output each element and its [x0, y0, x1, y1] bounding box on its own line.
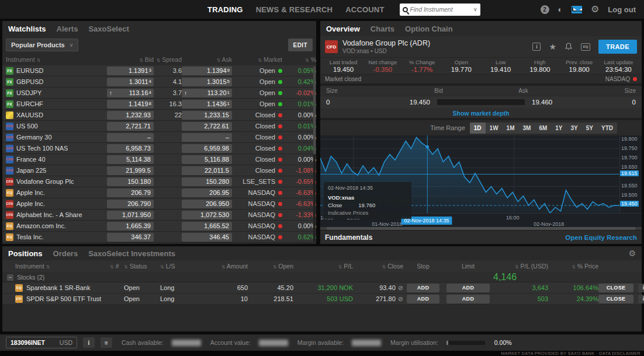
- range-1d[interactable]: 1D: [470, 123, 486, 134]
- ask-price-button[interactable]: 6,959.98: [182, 144, 232, 153]
- chart-scrollbar[interactable]: [320, 227, 642, 230]
- col-status[interactable]: ⇅ Status: [124, 263, 160, 270]
- bid-price-button[interactable]: 346.37: [107, 233, 154, 242]
- bid-price-button[interactable]: 1,071.950: [107, 211, 154, 219]
- close-position-button[interactable]: CLOSE: [598, 295, 633, 303]
- col-ask[interactable]: ⇅ Ask: [182, 56, 232, 63]
- watchlist-row[interactable]: EQ Tesla Inc. 346.37 346.45 NASDAQ 0.62%: [2, 232, 316, 243]
- range-1y[interactable]: 1Y: [551, 123, 566, 134]
- related-equity-icon[interactable]: EQ: [581, 43, 590, 51]
- mail-icon[interactable]: [572, 6, 582, 13]
- chevron-down-icon[interactable]: ∨: [473, 6, 477, 12]
- ask-price-button[interactable]: 2,722.61: [182, 122, 232, 131]
- col-num[interactable]: ⇅ #: [110, 263, 124, 270]
- watchlist-row[interactable]: CFD Germany 30 – – Closed 0.00%: [2, 132, 316, 143]
- col-pct-price[interactable]: ⇅ % Price: [548, 263, 598, 270]
- tab-saxoselect-investments[interactable]: SaxoSelect Investments: [88, 249, 175, 258]
- ask-price-button[interactable]: 346.45: [182, 233, 232, 242]
- position-row[interactable]: EQSparebank 1 SR-Bank Open Long 650 45.2…: [2, 282, 642, 294]
- ask-price-button[interactable]: 206.950: [182, 200, 232, 208]
- tab-watchlists[interactable]: Watchlists: [8, 25, 46, 33]
- watchlist-row[interactable]: EQ Apple Inc. 206.79 206.95 NASDAQ -6.63…: [2, 187, 316, 198]
- edit-watchlist-button[interactable]: EDIT: [288, 39, 313, 51]
- theme-contrast-icon[interactable]: ◐: [558, 5, 563, 13]
- tab-alerts[interactable]: Alerts: [57, 25, 78, 33]
- tab-overview[interactable]: Overview: [326, 25, 360, 33]
- position-info-button[interactable]: i: [638, 284, 644, 292]
- col-market[interactable]: ⇅ Market: [232, 56, 282, 63]
- add-limit-button[interactable]: ADD: [446, 295, 490, 303]
- bid-price-button[interactable]: 1,232.93: [107, 111, 154, 120]
- ask-price-button[interactable]: –: [182, 133, 232, 142]
- info-icon[interactable]: i: [532, 43, 541, 51]
- disclaimer-text[interactable]: MARKET DATA PROVIDED BY SAXO BANK · DATA…: [501, 351, 640, 356]
- tab-saxoselect[interactable]: SaxoSelect: [88, 25, 129, 33]
- col-pl-usd[interactable]: ⇅ P/L (USD): [493, 263, 548, 270]
- ask-price-button[interactable]: 1.13949: [182, 67, 232, 75]
- orderbook-row[interactable]: 0 19.450 19.460 0: [320, 96, 642, 108]
- positions-group-row[interactable]: −Stocks (2) 4,146: [2, 272, 642, 282]
- range-1m[interactable]: 1M: [503, 123, 519, 134]
- collapse-group-icon[interactable]: −: [7, 274, 13, 281]
- instrument-search[interactable]: ∨: [400, 4, 480, 16]
- ask-price-button[interactable]: ↑113.201: [182, 89, 232, 97]
- positions-settings-gear-icon[interactable]: ⚙: [628, 249, 636, 258]
- col-pct[interactable]: ⇅ %: [282, 56, 316, 63]
- watchlist-row[interactable]: XAUUSD 1,232.93 22 1,233.15 Closed 0.00%: [2, 110, 316, 121]
- ask-price-button[interactable]: 1.14361: [182, 100, 232, 109]
- bid-price-button[interactable]: 150.180: [107, 177, 154, 186]
- search-input[interactable]: [410, 6, 471, 13]
- star-favorite-icon[interactable]: ★: [549, 42, 556, 51]
- close-position-button[interactable]: CLOSE: [598, 284, 633, 292]
- range-1w[interactable]: 1W: [486, 123, 503, 134]
- bid-price-button[interactable]: 206.790: [107, 200, 154, 208]
- ask-price-button[interactable]: 1,072.530: [182, 211, 232, 219]
- show-market-depth-link[interactable]: Show market depth: [453, 110, 510, 117]
- nav-item-account[interactable]: ACCOUNT: [345, 5, 384, 14]
- bid-price-button[interactable]: ↑113.164: [107, 89, 154, 97]
- col-bid[interactable]: ⇅ Bid: [107, 56, 154, 63]
- col-ls[interactable]: ⇅ L/S: [160, 263, 203, 270]
- account-toolbar-icon[interactable]: ≡: [101, 337, 112, 348]
- range-6m[interactable]: 6M: [535, 123, 551, 134]
- settings-gear-icon[interactable]: ⚙: [591, 5, 599, 14]
- watchlist-row[interactable]: CFD Alphabet Inc. - A Share 1,071.950 1,…: [2, 210, 316, 221]
- notification-badge[interactable]: 2: [541, 5, 549, 14]
- position-info-button[interactable]: i: [638, 295, 644, 303]
- bid-price-button[interactable]: 1,665.39: [107, 222, 154, 231]
- logout-button[interactable]: Log out: [608, 5, 636, 14]
- watchlist-row[interactable]: FX USDJPY ↑113.164 3.7 ↑113.201 Open -0.…: [2, 88, 316, 99]
- bid-price-button[interactable]: 2,721.71: [107, 122, 154, 131]
- bid-price-button[interactable]: 1.30114: [107, 78, 154, 86]
- bid-price-button[interactable]: 1.13913: [107, 67, 154, 75]
- watchlist-row[interactable]: FX GBPUSD 1.30114 4.1 1.30155 Open 0.42%: [2, 76, 316, 88]
- bid-price-button[interactable]: 5,114.38: [107, 155, 154, 164]
- nav-item-news-research[interactable]: NEWS & RESEARCH: [256, 5, 333, 14]
- tab-option-chain[interactable]: Option Chain: [405, 25, 453, 33]
- watchlist-row[interactable]: CFD US 500 2,721.71 2,722.61 Closed 0.01…: [2, 121, 316, 132]
- price-chart[interactable]: 19.80019.75019.70019.65019.55019.50019.6…: [320, 135, 642, 230]
- col-stop[interactable]: Stop: [403, 263, 443, 270]
- add-stop-button[interactable]: ADD: [407, 295, 439, 303]
- account-selector[interactable]: 183096INET USD: [6, 337, 77, 348]
- col-open[interactable]: ⇅ Open: [248, 263, 293, 270]
- bid-price-button[interactable]: 6,958.73: [107, 144, 154, 153]
- range-5y[interactable]: 5Y: [582, 123, 597, 134]
- nav-item-trading[interactable]: TRADING: [207, 5, 243, 14]
- col-close[interactable]: ⇅ Close: [353, 263, 403, 270]
- watchlist-row[interactable]: CFD US Tech 100 NAS 6,958.73 6,959.98 Cl…: [2, 143, 316, 154]
- ask-price-button[interactable]: 1,233.15: [182, 111, 232, 120]
- bid-price-button[interactable]: 1.14198: [107, 100, 154, 109]
- open-equity-research-link[interactable]: Open Equity Research: [565, 234, 637, 241]
- col-instrument[interactable]: Instrument ⇅: [6, 56, 107, 63]
- watchlist-selector[interactable]: Popular Products ∨: [6, 39, 78, 51]
- range-3m[interactable]: 3M: [518, 123, 535, 134]
- watchlist-row[interactable]: CFD Japan 225 21,999.5 22,011.5 Closed -…: [2, 165, 316, 176]
- col-instrument[interactable]: Instrument ⇅: [7, 263, 110, 270]
- tab-orders[interactable]: Orders: [53, 249, 78, 258]
- ask-price-button[interactable]: 22,011.5: [182, 166, 232, 175]
- col-limit[interactable]: Limit: [443, 263, 493, 270]
- tab-charts[interactable]: Charts: [371, 25, 394, 33]
- ask-price-button[interactable]: 206.95: [182, 189, 232, 197]
- ask-price-button[interactable]: 1,665.52: [182, 222, 232, 231]
